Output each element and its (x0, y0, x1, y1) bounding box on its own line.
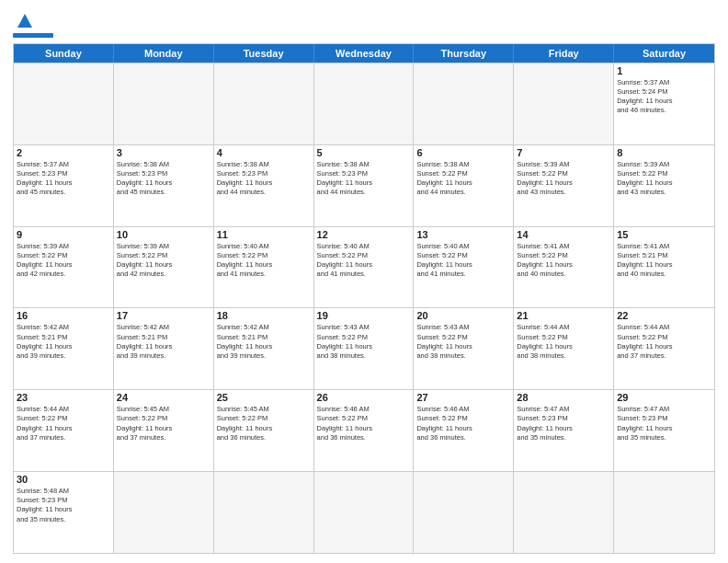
day-cell-13: 13Sunrise: 5:40 AM Sunset: 5:22 PM Dayli… (414, 227, 514, 308)
empty-cell (514, 472, 614, 553)
day-number: 22 (617, 310, 711, 321)
header (13, 9, 715, 38)
day-header-saturday: Saturday (614, 44, 714, 63)
empty-cell (114, 472, 214, 553)
day-number: 26 (317, 392, 411, 403)
day-info: Sunrise: 5:41 AM Sunset: 5:21 PM Dayligh… (617, 242, 711, 280)
cal-week-3: 9Sunrise: 5:39 AM Sunset: 5:22 PM Daylig… (14, 226, 714, 308)
day-info: Sunrise: 5:38 AM Sunset: 5:23 PM Dayligh… (117, 160, 210, 198)
day-cell-21: 21Sunrise: 5:44 AM Sunset: 5:22 PM Dayli… (514, 308, 614, 389)
day-number: 6 (416, 147, 510, 158)
day-number: 23 (17, 392, 110, 403)
empty-cell (414, 472, 514, 553)
day-cell-19: 19Sunrise: 5:43 AM Sunset: 5:22 PM Dayli… (314, 308, 415, 389)
day-cell-2: 2Sunrise: 5:37 AM Sunset: 5:23 PM Daylig… (14, 145, 114, 226)
day-cell-10: 10Sunrise: 5:39 AM Sunset: 5:22 PM Dayli… (114, 227, 214, 308)
day-header-sunday: Sunday (14, 44, 114, 63)
day-info: Sunrise: 5:45 AM Sunset: 5:22 PM Dayligh… (217, 405, 311, 442)
day-info: Sunrise: 5:46 AM Sunset: 5:22 PM Dayligh… (416, 405, 510, 442)
day-cell-6: 6Sunrise: 5:38 AM Sunset: 5:22 PM Daylig… (414, 145, 514, 226)
day-info: Sunrise: 5:41 AM Sunset: 5:22 PM Dayligh… (517, 242, 610, 280)
day-cell-12: 12Sunrise: 5:40 AM Sunset: 5:22 PM Dayli… (314, 227, 415, 308)
day-cell-25: 25Sunrise: 5:45 AM Sunset: 5:22 PM Dayli… (214, 390, 314, 471)
empty-cell (614, 472, 714, 553)
day-info: Sunrise: 5:42 AM Sunset: 5:21 PM Dayligh… (217, 323, 311, 361)
cal-week-2: 2Sunrise: 5:37 AM Sunset: 5:23 PM Daylig… (14, 144, 714, 226)
day-number: 30 (17, 474, 110, 485)
empty-cell (214, 472, 314, 553)
day-number: 21 (517, 310, 610, 321)
day-info: Sunrise: 5:43 AM Sunset: 5:22 PM Dayligh… (317, 323, 411, 361)
day-number: 11 (217, 229, 311, 240)
day-info: Sunrise: 5:45 AM Sunset: 5:22 PM Dayligh… (117, 405, 210, 442)
day-number: 24 (117, 392, 210, 403)
day-cell-20: 20Sunrise: 5:43 AM Sunset: 5:22 PM Dayli… (414, 308, 514, 389)
day-number: 13 (416, 229, 510, 240)
day-cell-18: 18Sunrise: 5:42 AM Sunset: 5:21 PM Dayli… (214, 308, 314, 389)
day-info: Sunrise: 5:39 AM Sunset: 5:22 PM Dayligh… (517, 160, 610, 198)
day-cell-24: 24Sunrise: 5:45 AM Sunset: 5:22 PM Dayli… (114, 390, 214, 471)
day-cell-15: 15Sunrise: 5:41 AM Sunset: 5:21 PM Dayli… (614, 227, 714, 308)
day-cell-26: 26Sunrise: 5:46 AM Sunset: 5:22 PM Dayli… (314, 390, 415, 471)
day-info: Sunrise: 5:43 AM Sunset: 5:22 PM Dayligh… (416, 323, 510, 361)
day-cell-23: 23Sunrise: 5:44 AM Sunset: 5:22 PM Dayli… (14, 390, 114, 471)
day-header-friday: Friday (514, 44, 614, 63)
day-number: 1 (617, 65, 711, 76)
calendar-body: 1Sunrise: 5:37 AM Sunset: 5:24 PM Daylig… (14, 63, 714, 553)
day-number: 16 (17, 310, 110, 321)
cal-week-4: 16Sunrise: 5:42 AM Sunset: 5:21 PM Dayli… (14, 307, 714, 389)
empty-cell (414, 63, 514, 144)
empty-cell (114, 63, 214, 144)
cal-week-6: 30Sunrise: 5:48 AM Sunset: 5:23 PM Dayli… (14, 471, 714, 553)
day-info: Sunrise: 5:37 AM Sunset: 5:24 PM Dayligh… (617, 78, 711, 116)
day-cell-29: 29Sunrise: 5:47 AM Sunset: 5:23 PM Dayli… (614, 390, 714, 471)
day-info: Sunrise: 5:44 AM Sunset: 5:22 PM Dayligh… (517, 323, 610, 361)
day-number: 27 (416, 392, 510, 403)
day-cell-8: 8Sunrise: 5:39 AM Sunset: 5:22 PM Daylig… (614, 145, 714, 226)
day-info: Sunrise: 5:40 AM Sunset: 5:22 PM Dayligh… (317, 242, 411, 280)
day-header-wednesday: Wednesday (314, 44, 415, 63)
day-number: 17 (117, 310, 210, 321)
day-cell-22: 22Sunrise: 5:44 AM Sunset: 5:22 PM Dayli… (614, 308, 714, 389)
day-cell-27: 27Sunrise: 5:46 AM Sunset: 5:22 PM Dayli… (414, 390, 514, 471)
calendar-header: SundayMondayTuesdayWednesdayThursdayFrid… (14, 44, 714, 63)
day-cell-11: 11Sunrise: 5:40 AM Sunset: 5:22 PM Dayli… (214, 227, 314, 308)
day-number: 20 (416, 310, 510, 321)
day-header-monday: Monday (114, 44, 214, 63)
day-header-thursday: Thursday (414, 44, 514, 63)
day-cell-9: 9Sunrise: 5:39 AM Sunset: 5:22 PM Daylig… (14, 227, 114, 308)
day-cell-4: 4Sunrise: 5:38 AM Sunset: 5:23 PM Daylig… (214, 145, 314, 226)
day-header-tuesday: Tuesday (214, 44, 314, 63)
logo-bar (13, 33, 53, 38)
page: SundayMondayTuesdayWednesdayThursdayFrid… (0, 0, 728, 563)
day-info: Sunrise: 5:42 AM Sunset: 5:21 PM Dayligh… (117, 323, 210, 361)
day-number: 4 (217, 147, 311, 158)
day-info: Sunrise: 5:47 AM Sunset: 5:23 PM Dayligh… (517, 405, 610, 442)
day-info: Sunrise: 5:39 AM Sunset: 5:22 PM Dayligh… (617, 160, 711, 198)
day-info: Sunrise: 5:39 AM Sunset: 5:22 PM Dayligh… (17, 242, 110, 280)
empty-cell (314, 472, 415, 553)
day-info: Sunrise: 5:46 AM Sunset: 5:22 PM Dayligh… (317, 405, 411, 442)
empty-cell (214, 63, 314, 144)
day-cell-7: 7Sunrise: 5:39 AM Sunset: 5:22 PM Daylig… (514, 145, 614, 226)
svg-marker-0 (17, 14, 32, 28)
day-number: 19 (317, 310, 411, 321)
day-number: 15 (617, 229, 711, 240)
day-cell-14: 14Sunrise: 5:41 AM Sunset: 5:22 PM Dayli… (514, 227, 614, 308)
logo (13, 13, 53, 38)
day-cell-17: 17Sunrise: 5:42 AM Sunset: 5:21 PM Dayli… (114, 308, 214, 389)
day-number: 9 (17, 229, 110, 240)
day-info: Sunrise: 5:44 AM Sunset: 5:22 PM Dayligh… (617, 323, 711, 361)
empty-cell (514, 63, 614, 144)
cal-week-1: 1Sunrise: 5:37 AM Sunset: 5:24 PM Daylig… (14, 63, 714, 144)
day-number: 10 (117, 229, 210, 240)
day-number: 12 (317, 229, 411, 240)
day-info: Sunrise: 5:38 AM Sunset: 5:23 PM Dayligh… (217, 160, 311, 198)
day-cell-5: 5Sunrise: 5:38 AM Sunset: 5:23 PM Daylig… (314, 145, 415, 226)
day-info: Sunrise: 5:42 AM Sunset: 5:21 PM Dayligh… (17, 323, 110, 361)
day-number: 14 (517, 229, 610, 240)
day-number: 8 (617, 147, 711, 158)
day-number: 28 (517, 392, 610, 403)
day-number: 29 (617, 392, 711, 403)
day-info: Sunrise: 5:48 AM Sunset: 5:23 PM Dayligh… (17, 487, 110, 524)
